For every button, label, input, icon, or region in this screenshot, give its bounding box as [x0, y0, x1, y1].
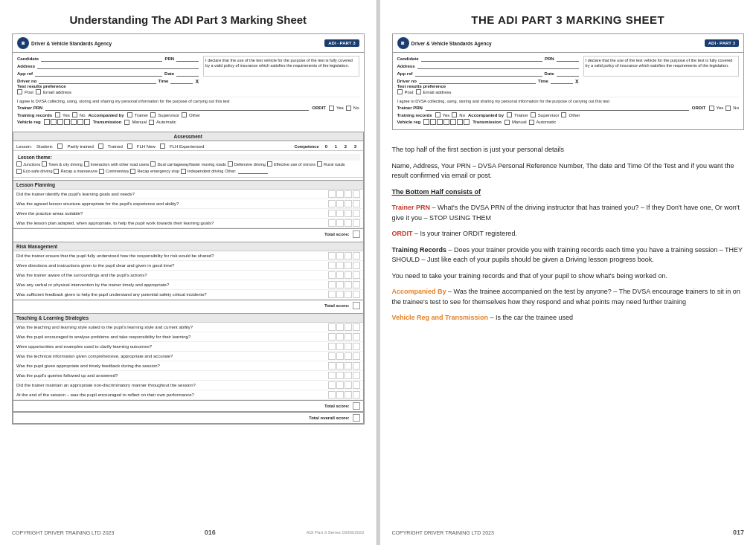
driverno-field: Driver no Time X — [17, 78, 199, 84]
trainer-prn-row: Trainer PRN ORDIT Yes No — [17, 105, 359, 111]
defensive-cb[interactable] — [228, 161, 233, 167]
right-plate-2 — [430, 119, 436, 125]
right-address-line — [417, 63, 579, 69]
theme-other: Other: — [225, 168, 267, 174]
commentary-cb[interactable] — [99, 169, 104, 174]
risk-management-questions: Did the trainer ensure that the pupil fu… — [13, 251, 363, 300]
independent-cb[interactable] — [181, 169, 186, 174]
prn-input-line — [176, 56, 199, 62]
right-training-yes-cb[interactable] — [435, 112, 441, 117]
town-cb[interactable] — [42, 161, 47, 167]
interaction-cb[interactable] — [84, 161, 89, 167]
personal-details-text: Name, Address, Your PRN – DVSA Personal … — [392, 161, 745, 181]
junction-cb[interactable] — [16, 161, 22, 167]
lesson-info: Lesson: Student: Partly trained Trained … — [16, 143, 360, 149]
time-line — [170, 78, 193, 84]
plate-box-3 — [57, 119, 63, 125]
right-vehicle-row: Vehicle reg Transmission Manual — [397, 119, 740, 125]
other-field — [238, 168, 268, 174]
ts-q4: Was the technical information given comp… — [13, 352, 363, 361]
rm-q5: Was sufficient feedback given to help th… — [13, 290, 363, 300]
adi-badge: ADI · PART 3 — [324, 39, 359, 47]
appref-field: App ref Date — [17, 71, 199, 77]
recap-cb[interactable] — [54, 169, 59, 174]
training-records-explanation: Training Records – Does your trainer pro… — [392, 245, 745, 265]
trained-cb[interactable] — [98, 143, 103, 149]
accompanied-options: Trainer Supervisor Other — [127, 112, 201, 117]
flh-exp-cb[interactable] — [160, 143, 165, 149]
automatic-checkbox[interactable] — [149, 120, 154, 125]
right-training-yes-no: Yes No — [435, 112, 465, 117]
ordit-yes-checkbox[interactable] — [329, 106, 334, 111]
competence-cols: Competence 0 1 2 3 — [294, 144, 359, 149]
right-x-mark: X — [575, 79, 579, 84]
accompanied-trainer-checkbox[interactable] — [127, 112, 132, 117]
appref-line — [35, 71, 162, 77]
teaching-strategies-header: Teaching & Learning Strategies — [13, 313, 363, 323]
ts-total-row: Total score: — [13, 400, 363, 411]
accompanied-supervisor-checkbox[interactable] — [150, 112, 156, 117]
left-copyright: COPYRIGHT DRIVER TRAINING LTD 2023 — [12, 530, 114, 535]
partly-trained-cb[interactable] — [57, 143, 63, 149]
right-form-body: Candidate PRN Address App ref Da — [393, 53, 744, 129]
dvsa-crest-icon: 🏛 — [17, 37, 29, 49]
post-email-row: Post Email address — [17, 89, 199, 94]
form-body: Candidate PRN Address App ref Da — [13, 53, 364, 129]
right-manual-cb[interactable] — [504, 120, 510, 125]
right-plate-3 — [437, 119, 443, 125]
mirrors-cb[interactable] — [267, 161, 272, 167]
theme-defensive: Defensive driving — [228, 161, 266, 167]
bottom-half-label: The Bottom Half consists of — [392, 187, 745, 198]
right-post-email-row: Post Email address — [397, 89, 579, 94]
vehicle-row: Vehicle reg Transmission Manual — [17, 119, 359, 125]
rural-cb[interactable] — [317, 161, 322, 167]
right-post-checkbox[interactable] — [397, 89, 403, 94]
right-testresults-row: Test results preference — [397, 84, 579, 88]
page-spread: Understanding The ADI Part 3 Marking She… — [0, 0, 756, 545]
right-email-checkbox[interactable] — [416, 89, 421, 94]
left-page-num: 016 — [205, 529, 216, 536]
left-page: Understanding The ADI Part 3 Marking She… — [0, 0, 377, 545]
rm-q2: Were directions and instructions given t… — [13, 261, 363, 271]
right-prn-line — [557, 56, 579, 62]
emergency-cb[interactable] — [130, 169, 135, 174]
score-headers: 0 1 2 3 — [322, 144, 360, 149]
left-reference: ADI Part 3 Series 03/06/2022 — [306, 530, 364, 535]
address-input-line — [37, 63, 199, 69]
plate-boxes — [44, 119, 90, 125]
dual-cb[interactable] — [150, 161, 156, 167]
post-checkbox[interactable] — [17, 89, 22, 94]
right-acc-trainer-cb[interactable] — [507, 112, 512, 117]
right-address-field: Address — [397, 63, 579, 69]
score-1: 1 — [332, 144, 341, 149]
lesson-planning-questions: Did the trainer identify the pupil's lea… — [13, 190, 363, 228]
eco-cb[interactable] — [16, 169, 22, 174]
trainer-prn-explanation: Trainer PRN – What's the DVSA PRN of the… — [392, 203, 745, 223]
right-copyright: COPYRIGHT DRIVER TRAINING LTD 2023 — [392, 530, 494, 535]
manual-checkbox[interactable] — [124, 120, 129, 125]
ordit-no-checkbox[interactable] — [346, 106, 351, 111]
flh-new-cb[interactable] — [127, 143, 132, 149]
candidate-input-line — [41, 56, 162, 62]
training-no-checkbox[interactable] — [72, 112, 77, 117]
right-plate-5 — [450, 119, 456, 125]
right-acc-supervisor-cb[interactable] — [531, 112, 536, 117]
right-date-line — [557, 71, 579, 77]
right-ordit-no-checkbox[interactable] — [725, 106, 731, 111]
right-ordit-yes-checkbox[interactable] — [709, 106, 714, 111]
right-dvsa-crest-icon: 🏛 — [397, 37, 409, 49]
score-2: 2 — [342, 144, 350, 149]
right-acc-other-cb[interactable] — [561, 112, 566, 117]
training-yes-checkbox[interactable] — [55, 112, 60, 117]
ordit-explanation: ORDIT – Is your trainer ORDIT registered… — [392, 229, 745, 239]
right-training-no-cb[interactable] — [452, 112, 457, 117]
accompanied-other-checkbox[interactable] — [182, 112, 187, 117]
theme-commentary: Commentary — [99, 168, 129, 174]
right-driverno-field: Driver no Time X — [397, 78, 579, 84]
right-time-line — [551, 78, 573, 84]
email-checkbox[interactable] — [36, 89, 41, 94]
right-automatic-cb[interactable] — [529, 120, 534, 125]
right-trainer-prn-row: Trainer PRN ORDIT Yes No — [397, 105, 740, 111]
ts-q5: Was the pupil given appropriate and time… — [13, 361, 363, 371]
lp-q4: Was the lesson plan adapted, when approp… — [13, 219, 363, 228]
